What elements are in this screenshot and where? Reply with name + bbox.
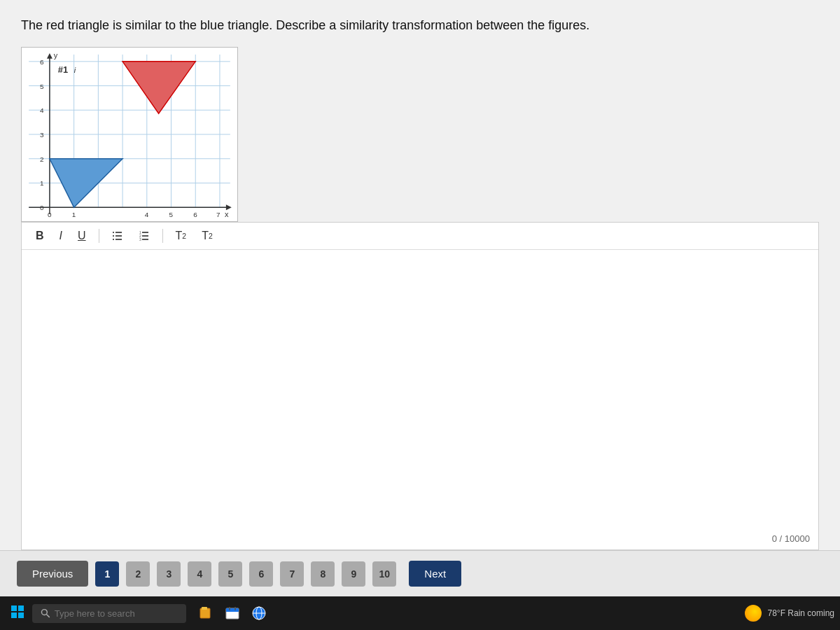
windows-start-button[interactable] [6,603,29,624]
question-text: The red triangle is similar to the blue … [21,17,819,34]
svg-rect-36 [115,239,122,240]
editor-text-area[interactable]: 0 / 10000 [22,250,818,550]
svg-rect-49 [18,612,24,618]
svg-rect-47 [18,606,24,611]
svg-marker-18 [226,204,232,210]
svg-text:4: 4 [145,211,149,218]
page-3[interactable]: 3 [157,561,181,587]
graph-svg: y x 0 1 2 3 4 5 6 0 1 4 5 6 7 [22,48,237,221]
weather-icon [745,605,762,622]
taskbar-search-bar[interactable] [32,604,186,623]
unordered-list-icon [112,230,123,241]
taskbar-calendar-icon[interactable] [221,602,244,624]
page-10[interactable]: 10 [372,561,396,587]
search-icon [41,608,50,618]
content-wrapper: y x 0 1 2 3 4 5 6 0 1 4 5 6 7 [21,47,819,550]
svg-rect-35 [115,235,122,237]
svg-text:6: 6 [193,211,197,218]
svg-rect-55 [226,608,239,612]
svg-text:6: 6 [40,58,44,66]
svg-text:x: x [225,210,229,218]
svg-text:3: 3 [139,237,141,241]
svg-rect-42 [142,239,148,240]
svg-rect-40 [142,232,148,233]
svg-rect-34 [115,232,122,233]
svg-text:0: 0 [48,211,52,218]
svg-rect-41 [142,235,148,237]
toolbar-divider-2 [162,229,163,243]
windows-icon [11,606,24,618]
svg-rect-38 [113,235,114,237]
svg-rect-37 [113,232,114,233]
files-icon [198,606,214,621]
svg-text:1: 1 [72,211,76,218]
unordered-list-button[interactable] [109,229,126,243]
svg-text:y: y [54,51,58,59]
graph-i-label: i [74,66,76,74]
svg-text:2: 2 [40,155,44,163]
taskbar-pinned-icons [195,602,270,624]
underline-button[interactable]: U [75,228,89,244]
svg-text:0: 0 [40,204,44,211]
main-content: The red triangle is similar to the blue … [0,0,840,550]
editor-toolbar: B I U [22,223,818,250]
svg-text:7: 7 [216,211,220,218]
svg-rect-39 [113,239,114,240]
taskbar: 78°F Rain coming [0,596,840,630]
browser-icon [251,606,267,621]
svg-line-51 [46,614,49,617]
svg-text:5: 5 [40,83,44,90]
taskbar-right-area: 78°F Rain coming [745,605,834,622]
taskbar-files-icon[interactable] [195,602,217,624]
weather-text: 78°F Rain coming [767,608,834,618]
previous-button[interactable]: Previous [17,561,88,587]
svg-rect-46 [11,606,17,611]
taskbar-browser-icon[interactable] [248,602,270,624]
bold-button[interactable]: B [33,228,47,244]
editor-wrapper: B I U [21,222,819,550]
svg-rect-48 [11,612,17,618]
graph-area: y x 0 1 2 3 4 5 6 0 1 4 5 6 7 [21,47,238,222]
page-6[interactable]: 6 [249,561,273,587]
ordered-list-button[interactable]: 1 2 3 [136,229,153,243]
next-button[interactable]: Next [409,561,461,587]
svg-marker-17 [47,53,52,59]
bottom-nav: Previous 1 2 3 4 5 6 7 8 9 10 Next [0,550,840,596]
page-9[interactable]: 9 [342,561,365,587]
page-8[interactable]: 8 [311,561,335,587]
superscript-button[interactable]: T2 [173,228,190,244]
page-5[interactable]: 5 [218,561,242,587]
calendar-icon [225,606,240,621]
red-triangle [122,62,195,113]
page-2[interactable]: 2 [126,561,150,587]
svg-text:1: 1 [40,180,44,188]
svg-text:4: 4 [40,106,44,114]
svg-text:3: 3 [40,131,44,139]
char-count: 0 / 10000 [772,533,810,544]
search-input[interactable] [55,608,178,619]
page-7[interactable]: 7 [280,561,304,587]
svg-rect-53 [202,607,207,610]
svg-rect-52 [200,608,210,618]
toolbar-divider-1 [99,229,99,243]
graph-label: #1 [58,64,68,75]
svg-text:5: 5 [169,211,174,218]
page-1[interactable]: 1 [95,561,119,587]
subscript-button[interactable]: T2 [199,228,216,244]
ordered-list-icon: 1 2 3 [139,230,150,241]
svg-point-50 [41,610,47,615]
italic-button[interactable]: I [57,228,65,244]
page-4[interactable]: 4 [188,561,211,587]
